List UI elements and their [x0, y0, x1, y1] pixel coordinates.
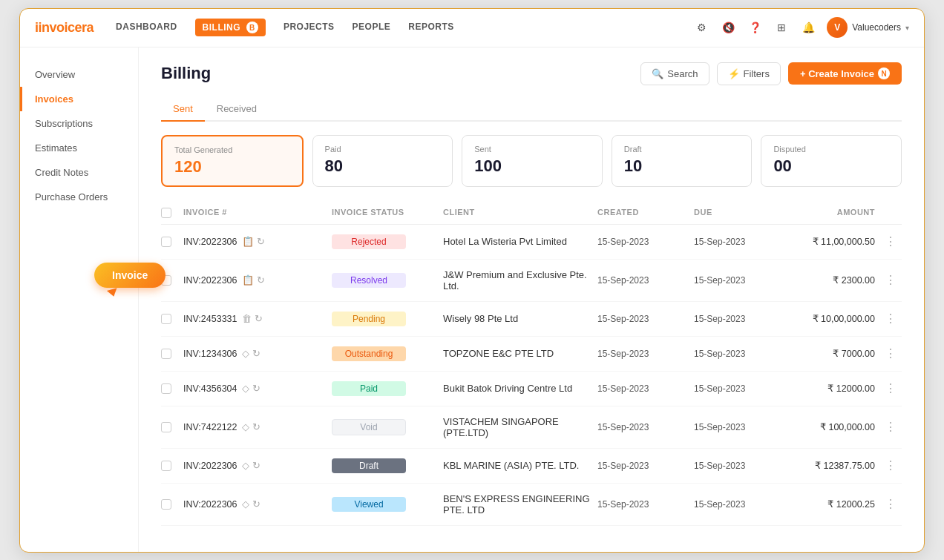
status-badge: Rejected	[332, 234, 406, 249]
user-avatar: V	[827, 17, 848, 38]
stat-draft-label: Draft	[624, 145, 740, 154]
more-options-button[interactable]: ⋮	[879, 346, 902, 360]
status-badge: Outstanding	[332, 346, 406, 361]
select-all-checkbox[interactable]	[161, 208, 171, 218]
grid-icon[interactable]: ⊞	[773, 19, 790, 36]
billing-badge: B	[246, 22, 258, 33]
stat-disputed-value: 00	[773, 157, 889, 176]
stat-disputed-label: Disputed	[773, 145, 889, 154]
table-row: INV:7422122 ◇ ↻ Void VISTACHEM SINGAPORE…	[161, 406, 902, 449]
sidebar-item-estimates[interactable]: Estimates	[20, 136, 138, 160]
refresh-icon[interactable]: ↻	[257, 274, 265, 286]
invoice-number: INV:2022306 📋 ↻	[183, 274, 332, 286]
sidebar-item-purchase-orders[interactable]: Purchase Orders	[20, 185, 138, 209]
tab-sent[interactable]: Sent	[161, 97, 205, 122]
stat-sent-label: Sent	[474, 145, 590, 154]
header-client: CLIENT	[443, 208, 597, 218]
search-button[interactable]: 🔍 Search	[640, 62, 709, 85]
stat-draft[interactable]: Draft 10	[612, 135, 753, 187]
sidebar-item-subscriptions[interactable]: Subscriptions	[20, 111, 138, 136]
content-area: Billing 🔍 Search ⚡ Filters + Create Invo…	[139, 47, 924, 552]
nav-links: DASHBOARD BILLING B PROJECTS PEOPLE REPO…	[116, 19, 671, 36]
table-header: INVOICE # INVOICE STATUS CLIENT CREATED …	[161, 202, 902, 225]
sidebar: Overview Invoices Subscriptions Estimate…	[20, 47, 139, 552]
settings-icon[interactable]: ⚙	[693, 19, 709, 36]
more-options-button[interactable]: ⋮	[879, 420, 902, 434]
diamond-icon[interactable]: ◇	[242, 421, 249, 432]
refresh-icon[interactable]: ↻	[252, 498, 260, 510]
content-header: Billing 🔍 Search ⚡ Filters + Create Invo…	[161, 62, 902, 85]
due-date: 15-Sep-2023	[694, 422, 790, 432]
main-layout: Overview Invoices Subscriptions Estimate…	[20, 47, 924, 552]
doc-icon[interactable]: 📋	[242, 274, 254, 286]
more-options-button[interactable]: ⋮	[879, 273, 902, 287]
stat-paid[interactable]: Paid 80	[312, 135, 453, 187]
nav-projects[interactable]: PROJECTS	[283, 19, 335, 36]
more-options-button[interactable]: ⋮	[879, 234, 902, 248]
trash-icon[interactable]: 🗑	[242, 313, 252, 324]
refresh-icon[interactable]: ↻	[252, 460, 260, 471]
header-created: CREATED	[597, 208, 694, 218]
header-actions: 🔍 Search ⚡ Filters + Create Invoice N	[640, 62, 902, 85]
filters-button[interactable]: ⚡ Filters	[717, 62, 781, 85]
row-checkbox	[161, 349, 183, 359]
stat-disputed[interactable]: Disputed 00	[761, 135, 902, 187]
help-icon[interactable]: ❓	[747, 19, 763, 36]
refresh-icon[interactable]: ↻	[252, 421, 260, 432]
volume-icon[interactable]: 🔇	[720, 19, 736, 36]
filter-icon: ⚡	[728, 68, 740, 79]
stat-total-value: 120	[174, 157, 290, 177]
notifications-icon[interactable]: 🔔	[800, 19, 816, 36]
header-amount: AMOUNT	[790, 208, 879, 218]
table-row: INV:2022306 ◇ ↻ Draft KBL MARINE (ASIA) …	[161, 449, 902, 484]
table-row: INV:2022306 ◇ ↻ Viewed BEN'S EXPRESS ENG…	[161, 484, 902, 526]
nav-billing[interactable]: BILLING B	[195, 19, 266, 36]
stat-total-generated[interactable]: Total Generated 120	[161, 135, 304, 187]
client-name: J&W Premium and Exclusive Pte. Ltd.	[443, 269, 597, 291]
more-options-button[interactable]: ⋮	[879, 312, 902, 326]
row-checkbox	[161, 499, 183, 510]
amount: ₹ 11,00,000.50	[790, 236, 879, 247]
invoice-hover-button[interactable]: Invoice	[94, 263, 165, 288]
diamond-icon[interactable]: ◇	[242, 383, 249, 394]
table-row: INV:2022306 📋 ↻ Resolved J&W Premium and…	[161, 260, 902, 302]
logo: iinvoicera	[35, 20, 94, 36]
refresh-icon[interactable]: ↻	[252, 383, 260, 394]
sidebar-item-credit-notes[interactable]: Credit Notes	[20, 160, 138, 185]
row-checkbox	[161, 422, 183, 432]
row-checkbox	[161, 314, 183, 324]
stat-draft-value: 10	[624, 157, 740, 176]
doc-icon[interactable]: 📋	[242, 236, 254, 247]
invoice-number: INV:2453331 🗑 ↻	[183, 313, 332, 324]
invoice-number: INV:4356304 ◇ ↻	[183, 383, 332, 394]
user-menu[interactable]: V Valuecoders ▾	[827, 17, 909, 38]
nav-reports[interactable]: REPORTS	[408, 19, 454, 36]
nav-people[interactable]: PEOPLE	[353, 19, 391, 36]
diamond-icon[interactable]: ◇	[242, 498, 249, 510]
invoice-number: INV:2022306 ◇ ↻	[183, 498, 332, 510]
more-options-button[interactable]: ⋮	[879, 458, 902, 472]
refresh-icon[interactable]: ↻	[257, 236, 265, 247]
invoice-number: INV:2022306 📋 ↻	[183, 236, 332, 247]
created-date: 15-Sep-2023	[597, 275, 694, 286]
nav-right: ⚙ 🔇 ❓ ⊞ 🔔 V Valuecoders ▾	[693, 17, 909, 38]
diamond-icon[interactable]: ◇	[242, 460, 249, 471]
sidebar-item-invoices[interactable]: Invoices	[20, 87, 138, 111]
sidebar-item-overview[interactable]: Overview	[20, 62, 138, 87]
refresh-icon[interactable]: ↻	[252, 348, 260, 359]
stat-total-label: Total Generated	[174, 145, 290, 154]
more-options-button[interactable]: ⋮	[879, 381, 902, 395]
more-options-button[interactable]: ⋮	[879, 497, 902, 511]
diamond-icon[interactable]: ◇	[242, 348, 249, 359]
search-icon: 🔍	[652, 68, 663, 79]
table-row: INV:2022306 📋 ↻ Rejected Hotel La Wister…	[161, 225, 902, 260]
refresh-icon[interactable]: ↻	[255, 313, 263, 324]
client-name: VISTACHEM SINGAPORE (PTE.LTD)	[443, 416, 597, 438]
status-badge: Resolved	[332, 273, 406, 288]
status-badge: Viewed	[332, 497, 406, 512]
create-invoice-button[interactable]: + Create Invoice N	[788, 62, 902, 85]
nav-dashboard[interactable]: DASHBOARD	[116, 19, 177, 36]
stat-sent[interactable]: Sent 100	[462, 135, 603, 187]
tab-received[interactable]: Received	[205, 97, 269, 120]
stat-paid-value: 80	[325, 157, 441, 176]
